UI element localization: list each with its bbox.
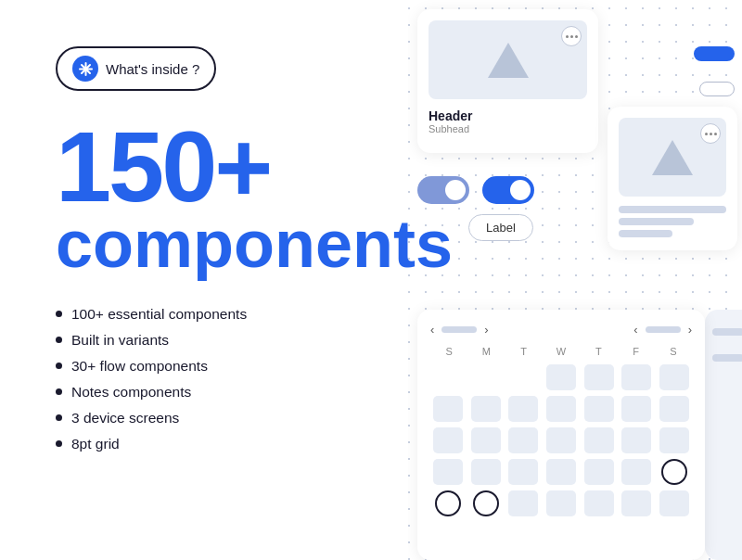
bullet-icon	[56, 363, 62, 369]
day-label: S	[655, 346, 692, 357]
day-label: T	[580, 346, 617, 357]
feature-text: Built in variants	[71, 332, 169, 349]
triangle-icon-2	[652, 140, 693, 175]
badge: What's inside ?	[56, 46, 216, 91]
right-card	[608, 107, 737, 250]
badge-icon	[72, 56, 98, 82]
feature-item: 30+ flow components	[56, 358, 352, 375]
partial-line-1	[712, 328, 742, 336]
toggle-off[interactable]	[417, 176, 469, 204]
cal-cell[interactable]	[433, 459, 463, 485]
cal-cell[interactable]	[546, 459, 576, 485]
nav-group-right: ‹ ›	[633, 323, 692, 337]
cal-cell[interactable]	[508, 490, 538, 516]
feature-item: 100+ essential components	[56, 306, 352, 323]
feature-text: 8pt grid	[71, 436, 120, 452]
cal-cell[interactable]	[433, 364, 463, 390]
next-arrow[interactable]: ›	[484, 323, 488, 337]
day-label: T	[505, 346, 543, 357]
top-preview: Header Subhead	[408, 0, 742, 287]
cal-cell[interactable]	[546, 490, 576, 516]
dots-button-2[interactable]	[700, 123, 721, 144]
dots-button[interactable]	[561, 26, 582, 46]
cal-cell[interactable]	[584, 396, 614, 422]
card-right-lines	[619, 206, 726, 237]
cal-cell[interactable]	[471, 427, 501, 453]
bullet-icon	[56, 388, 62, 395]
hero-word: components	[56, 210, 352, 280]
partial-card	[705, 310, 742, 560]
day-label: M	[467, 346, 505, 357]
cal-cell[interactable]	[433, 427, 463, 453]
bullet-icon	[56, 337, 62, 343]
cal-cell[interactable]	[546, 396, 576, 422]
card-image-area	[429, 20, 587, 99]
cal-cell[interactable]	[435, 490, 461, 516]
feature-text: 30+ flow components	[71, 358, 208, 375]
nav-bar-right	[646, 326, 681, 333]
nav-group-left: ‹ ›	[430, 323, 489, 337]
calendar-grid	[430, 363, 692, 518]
header-card: Header Subhead	[417, 9, 598, 153]
cal-cell[interactable]	[546, 427, 576, 453]
next-arrow-2[interactable]: ›	[688, 323, 692, 337]
cal-cell[interactable]	[471, 364, 501, 390]
cal-cell[interactable]	[621, 396, 651, 422]
left-panel: What's inside ? 150+ components 100+ ess…	[0, 0, 408, 560]
cal-cell[interactable]	[433, 396, 463, 422]
cal-cell[interactable]	[621, 490, 651, 516]
cal-cell[interactable]	[473, 490, 499, 516]
bullet-icon	[56, 414, 62, 421]
feature-item: 8pt grid	[56, 436, 352, 452]
cal-cell[interactable]	[659, 427, 689, 453]
feature-text: Notes components	[71, 384, 191, 401]
badge-label: What's inside ?	[106, 61, 199, 77]
cal-cell[interactable]	[659, 396, 689, 422]
cal-cell[interactable]	[508, 427, 538, 453]
cal-cell[interactable]	[471, 396, 501, 422]
card-right-image	[619, 118, 726, 197]
card-title: Header	[429, 108, 587, 123]
day-label: F	[617, 346, 654, 357]
prev-arrow-2[interactable]: ‹	[633, 323, 637, 337]
cal-cell[interactable]	[584, 459, 614, 485]
cal-cell[interactable]	[659, 490, 689, 516]
bullet-icon	[56, 311, 62, 317]
cal-cell[interactable]	[508, 396, 538, 422]
toggle-on[interactable]	[482, 176, 534, 204]
feature-text: 3 device screens	[71, 410, 179, 426]
right-panel: Header Subhead	[408, 0, 742, 560]
label-pill[interactable]: Label	[468, 214, 533, 241]
nav-bar-left	[441, 326, 477, 333]
cal-cell[interactable]	[661, 459, 687, 485]
outline-oval-button[interactable]	[699, 82, 735, 96]
toggles-row	[417, 176, 534, 204]
calendar-nav: ‹ › ‹ ›	[430, 323, 692, 337]
cal-cell[interactable]	[621, 459, 651, 485]
feature-item: 3 device screens	[56, 410, 352, 426]
line-2	[619, 218, 694, 225]
calendar-days-header: SMTWTFS	[430, 346, 692, 357]
day-label: W	[543, 346, 580, 357]
partial-line-2	[712, 354, 742, 362]
feature-list: 100+ essential componentsBuilt in varian…	[56, 306, 352, 452]
cal-cell[interactable]	[584, 490, 614, 516]
feature-item: Notes components	[56, 384, 352, 401]
prev-arrow[interactable]: ‹	[430, 323, 434, 337]
day-label: S	[430, 346, 467, 357]
cal-cell[interactable]	[584, 364, 614, 390]
blue-oval-button[interactable]	[694, 46, 735, 61]
triangle-icon	[488, 43, 529, 78]
cal-cell[interactable]	[659, 364, 689, 390]
cal-cell[interactable]	[621, 364, 651, 390]
card-subtitle: Subhead	[429, 123, 587, 134]
calendar-card: ‹ › ‹ › SMTWTFS	[417, 310, 705, 560]
cal-cell[interactable]	[546, 364, 576, 390]
cal-cell[interactable]	[508, 459, 538, 485]
cal-cell[interactable]	[584, 427, 614, 453]
hero-number: 150+	[56, 117, 352, 217]
cal-cell[interactable]	[621, 427, 651, 453]
cal-cell[interactable]	[471, 459, 501, 485]
cal-cell[interactable]	[508, 364, 538, 390]
line-1	[619, 206, 726, 213]
